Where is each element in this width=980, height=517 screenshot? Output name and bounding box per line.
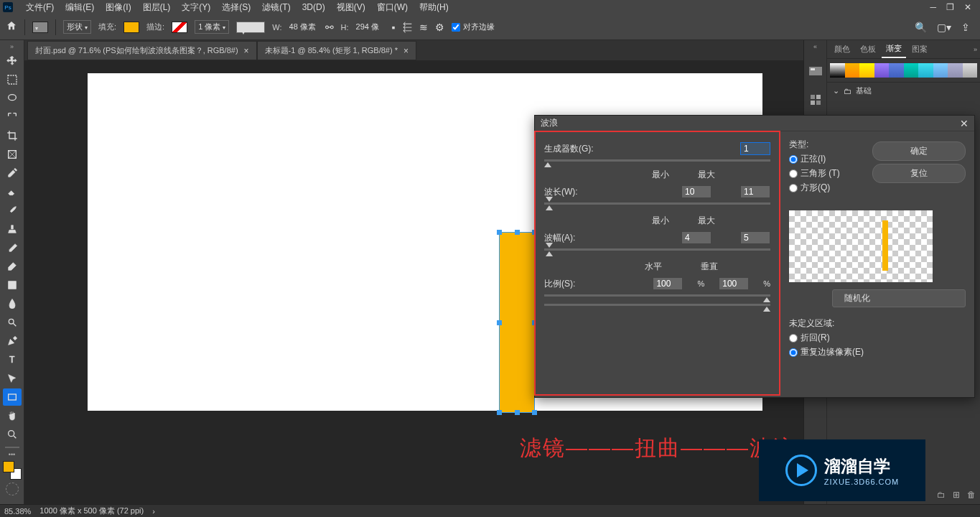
- collapse-right-icon[interactable]: »: [974, 46, 977, 53]
- document-size[interactable]: 1000 像素 x 500 像素 (72 ppi)›: [39, 506, 155, 516]
- doc-tab-1-close-icon[interactable]: ×: [244, 46, 249, 56]
- handle-bm[interactable]: [515, 410, 520, 415]
- dialog-close-icon[interactable]: ✕: [960, 118, 969, 129]
- generators-slider[interactable]: [544, 159, 770, 162]
- tab-patterns[interactable]: 图案: [907, 41, 932, 57]
- randomize-button[interactable]: 随机化: [832, 289, 966, 307]
- doc-tab-2[interactable]: 未标题-1 @ 85.4% (矩形 1, RGB/8#) * ×: [257, 41, 416, 60]
- brush-tool[interactable]: [3, 202, 22, 219]
- search-icon[interactable]: 🔍: [915, 22, 927, 33]
- move-tool[interactable]: [3, 52, 22, 70]
- align-edges-checkbox[interactable]: 对齐边缘: [452, 22, 495, 32]
- stroke-style-select[interactable]: [236, 22, 265, 33]
- tool-preset-swatch[interactable]: [32, 22, 48, 33]
- amplitude-min-input[interactable]: [681, 231, 711, 244]
- dodge-tool[interactable]: [3, 314, 22, 331]
- blur-tool[interactable]: [3, 295, 22, 312]
- frame-tool[interactable]: [3, 146, 22, 163]
- height-input[interactable]: [356, 23, 385, 32]
- menu-3d[interactable]: 3D(D): [297, 1, 331, 14]
- new-folder-icon[interactable]: 🗀: [937, 490, 946, 500]
- type-sine-radio[interactable]: 正弦(I): [789, 153, 865, 165]
- menu-edit[interactable]: 编辑(E): [60, 0, 100, 15]
- handle-br[interactable]: [532, 410, 537, 415]
- menu-help[interactable]: 帮助(H): [414, 0, 454, 15]
- collapse-tools-icon[interactable]: »: [10, 42, 14, 52]
- path-arrange-icon[interactable]: ≋: [419, 22, 428, 33]
- new-item-icon[interactable]: ⊞: [953, 490, 960, 500]
- path-align-icon[interactable]: ⬱: [403, 21, 412, 33]
- wrap-radio[interactable]: 折回(R): [789, 332, 966, 344]
- path-select-tool[interactable]: [3, 370, 22, 387]
- hand-tool[interactable]: [3, 407, 22, 424]
- color-swatches[interactable]: [3, 461, 22, 480]
- handle-ml[interactable]: [497, 320, 502, 325]
- wavelength-slider[interactable]: [544, 202, 770, 205]
- wavelength-min-input[interactable]: [681, 185, 711, 198]
- wavelength-max-input[interactable]: [740, 185, 770, 198]
- quick-mask-icon[interactable]: [6, 483, 19, 495]
- stroke-width-select[interactable]: 1 像素: [195, 20, 229, 34]
- tab-swatches[interactable]: 色板: [856, 41, 880, 57]
- selected-rectangle[interactable]: [500, 233, 534, 412]
- lasso-tool[interactable]: [3, 90, 22, 107]
- delete-icon[interactable]: 🗑: [967, 490, 976, 500]
- menu-image[interactable]: 图像(I): [100, 0, 136, 15]
- gradient-presets[interactable]: [830, 63, 977, 78]
- handle-tl[interactable]: [497, 230, 502, 235]
- crop-tool[interactable]: [3, 127, 22, 144]
- menu-layer[interactable]: 图层(L): [137, 0, 177, 15]
- fill-color-swatch[interactable]: [123, 22, 139, 33]
- gradient-folder-basics[interactable]: ⌄ 🗀 基础: [827, 82, 980, 99]
- type-tool[interactable]: T: [3, 351, 22, 368]
- pen-tool[interactable]: [3, 332, 22, 350]
- menu-select[interactable]: 选择(S): [216, 0, 256, 15]
- zoom-level[interactable]: 85.38%: [4, 507, 31, 516]
- dialog-titlebar[interactable]: 波浪 ✕: [535, 116, 974, 131]
- tab-gradients[interactable]: 渐变: [882, 40, 906, 58]
- menu-window[interactable]: 窗口(W): [371, 0, 414, 15]
- stroke-color-swatch[interactable]: [172, 22, 187, 33]
- type-square-radio[interactable]: 方形(Q): [789, 182, 865, 194]
- clone-stamp-tool[interactable]: [3, 220, 22, 238]
- gradient-tool[interactable]: [3, 276, 22, 294]
- menu-view[interactable]: 视图(V): [331, 0, 371, 15]
- home-icon[interactable]: [6, 20, 17, 34]
- tab-color[interactable]: 颜色: [830, 41, 854, 57]
- doc-tab-2-close-icon[interactable]: ×: [403, 46, 409, 56]
- workspace-icon[interactable]: ▢▾: [937, 22, 951, 33]
- ok-button[interactable]: 确定: [872, 141, 966, 161]
- color-panel-icon[interactable]: [808, 63, 823, 79]
- rectangle-tool[interactable]: [3, 388, 22, 406]
- reset-button[interactable]: 复位: [872, 164, 966, 183]
- share-icon[interactable]: ⇪: [961, 22, 970, 33]
- collapse-panels-icon[interactable]: «: [813, 43, 817, 50]
- handle-bl[interactable]: [497, 410, 502, 415]
- spot-heal-tool[interactable]: [3, 183, 22, 200]
- eyedropper-tool[interactable]: [3, 164, 22, 182]
- menu-type[interactable]: 文字(Y): [176, 0, 216, 15]
- swatches-panel-icon[interactable]: [808, 92, 823, 108]
- handle-tm[interactable]: [515, 230, 520, 235]
- scale-slider-v[interactable]: [544, 304, 770, 306]
- width-input[interactable]: [289, 23, 318, 32]
- generators-input[interactable]: [740, 142, 770, 155]
- menu-file[interactable]: 文件(F): [20, 0, 60, 15]
- repeat-radio[interactable]: 重复边缘像素(E): [789, 346, 966, 358]
- path-settings-icon[interactable]: ⚙: [435, 22, 444, 33]
- quick-select-tool[interactable]: [3, 108, 22, 126]
- fg-color-swatch[interactable]: [3, 461, 14, 472]
- doc-tab-1[interactable]: 封面.psd @ 71.6% (PS如何绘制波浪线条图案？, RGB/8#) ×: [27, 41, 257, 60]
- link-wh-icon[interactable]: ⚯: [325, 22, 334, 33]
- shape-mode-select[interactable]: 形状: [63, 20, 91, 34]
- zoom-tool[interactable]: [3, 426, 22, 443]
- minimize-icon[interactable]: ─: [930, 2, 936, 12]
- eraser-tool[interactable]: [3, 258, 22, 275]
- type-triangle-radio[interactable]: 三角形 (T): [789, 167, 865, 180]
- path-ops-icon[interactable]: ▪: [392, 22, 396, 33]
- menu-filter[interactable]: 滤镜(T): [256, 0, 296, 15]
- amplitude-slider[interactable]: [544, 248, 770, 251]
- scale-slider-h[interactable]: [544, 294, 770, 297]
- maximize-icon[interactable]: ❐: [946, 2, 954, 12]
- marquee-tool[interactable]: [3, 71, 22, 88]
